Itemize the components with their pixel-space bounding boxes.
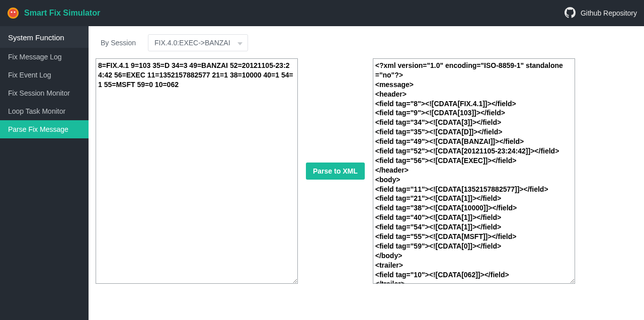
filter-bar: By Session FIX.4.0:EXEC->BANZAI — [96, 34, 632, 51]
session-select[interactable]: FIX.4.0:EXEC->BANZAI — [148, 34, 248, 51]
sidebar-item-fix-event-log[interactable]: Fix Event Log — [0, 66, 89, 84]
github-repo-link[interactable]: Github Repository — [565, 7, 637, 20]
sidebar-item-label: Loop Task Monitor — [8, 107, 65, 115]
sidebar-item-label: Fix Event Log — [8, 71, 51, 79]
github-repo-label: Github Repository — [581, 9, 637, 17]
chevron-down-icon — [237, 39, 243, 47]
svg-point-1 — [9, 9, 17, 17]
topbar: Smart Fix Simulator Github Repository — [0, 0, 644, 26]
app-title: Smart Fix Simulator — [24, 9, 100, 18]
svg-point-3 — [14, 11, 15, 13]
sidebar-item-fix-session-monitor[interactable]: Fix Session Monitor — [0, 84, 89, 102]
main-content: By Session FIX.4.0:EXEC->BANZAI Parse to… — [89, 26, 644, 320]
brand[interactable]: Smart Fix Simulator — [7, 7, 100, 19]
fix-xml-output[interactable] — [373, 58, 575, 284]
fix-raw-input[interactable] — [96, 58, 298, 284]
app-logo-icon — [7, 7, 19, 19]
sidebar-item-label: Parse Fix Message — [8, 125, 68, 133]
parse-work-row: Parse to XML — [96, 58, 632, 284]
session-select-value: FIX.4.0:EXEC->BANZAI — [154, 39, 230, 47]
sidebar-item-label: Fix Session Monitor — [8, 89, 70, 97]
svg-point-2 — [11, 11, 12, 13]
sidebar-item-loop-task-monitor[interactable]: Loop Task Monitor — [0, 102, 89, 120]
filter-label: By Session — [96, 36, 141, 50]
sidebar-item-parse-fix-message[interactable]: Parse Fix Message — [0, 120, 89, 138]
sidebar-group-title: System Function — [0, 26, 89, 48]
github-icon — [565, 7, 576, 20]
sidebar-item-fix-message-log[interactable]: Fix Message Log — [0, 48, 89, 66]
sidebar-item-label: Fix Message Log — [8, 53, 62, 61]
parse-to-xml-button[interactable]: Parse to XML — [306, 163, 365, 180]
sidebar: System Function Fix Message Log Fix Even… — [0, 26, 89, 320]
